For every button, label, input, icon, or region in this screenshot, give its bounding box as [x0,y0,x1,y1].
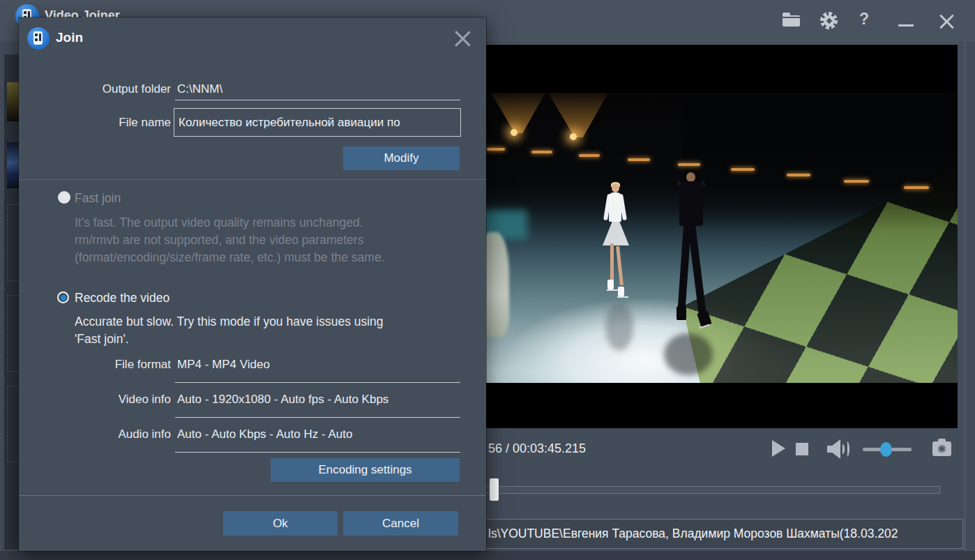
file-name-label: File name [19,116,171,130]
encoding-settings-button[interactable]: Encoding settings [271,458,460,482]
audio-info-value[interactable]: Auto - Auto Kbps - Auto Hz - Auto [177,427,352,441]
video-info-label: Video info [19,393,171,407]
current-file-path: ls\YOUTUBE\Евгения Тарасова, Владимир Мо… [488,527,898,541]
speaker-icon [827,439,840,459]
skater-man-black [660,172,723,361]
close-window-button[interactable] [935,10,958,32]
help-button[interactable]: ? [854,10,877,32]
time-display: 56 / 00:03:45.215 [488,441,586,456]
file-format-value[interactable]: MP4 - MP4 Video [177,358,270,372]
close-icon [939,13,954,29]
seek-bar[interactable] [460,486,940,494]
video-frame-ice-skating-scene [481,93,958,383]
help-icon: ? [859,10,869,29]
join-dialog: Join Output folder C:\NNM\ File name Mod… [19,17,486,551]
volume-slider-thumb[interactable] [880,442,892,457]
dialog-app-icon [27,27,50,50]
section-divider [19,179,486,180]
stop-icon[interactable] [796,443,808,455]
recode-label[interactable]: Recode the video [75,291,169,305]
open-folder-button[interactable] [780,10,803,32]
output-folder-value[interactable]: C:\NNM\ [177,82,222,96]
play-icon[interactable] [772,440,785,457]
dialog-close-button[interactable] [453,29,472,48]
audio-info-underline [175,452,460,453]
fast-join-radio[interactable] [58,191,70,204]
audio-info-label: Audio info [19,427,171,441]
video-preview[interactable] [481,44,958,428]
minimize-icon [898,24,914,27]
cancel-button[interactable]: Cancel [343,511,458,536]
seek-bar-thumb[interactable] [490,478,499,501]
application-window: Video Joiner ? [0,0,975,560]
current-file-path-bar: ls\YOUTUBE\Евгения Тарасова, Владимир Мо… [446,519,963,549]
fast-join-description: It's fast. The output video quality rema… [75,214,385,266]
recode-radio[interactable] [57,292,69,303]
output-folder-label: Output folder [19,82,171,96]
output-folder-underline [175,100,460,100]
panel-border [965,42,965,551]
recode-description: Accurate but slow. Try this mode if you … [75,313,384,348]
volume-mute-button[interactable] [827,439,851,459]
window-bottom-edge [0,551,975,560]
video-info-underline [175,417,460,418]
minimize-button[interactable] [895,10,919,32]
video-info-value[interactable]: Auto - 1920x1080 - Auto fps - Auto Kbps [177,393,388,407]
file-format-underline [175,382,460,383]
fast-join-label[interactable]: Fast join [75,191,121,206]
snapshot-camera-icon[interactable] [932,441,951,456]
folder-icon [783,15,800,27]
settings-button[interactable] [817,10,841,32]
file-format-label: File format [19,358,171,372]
footer-divider [19,495,486,496]
modify-button[interactable]: Modify [343,146,460,170]
dialog-title: Join [56,30,83,45]
sound-wave-icon [845,441,849,457]
file-name-input[interactable] [174,108,461,137]
ok-button[interactable]: Ok [223,511,338,536]
